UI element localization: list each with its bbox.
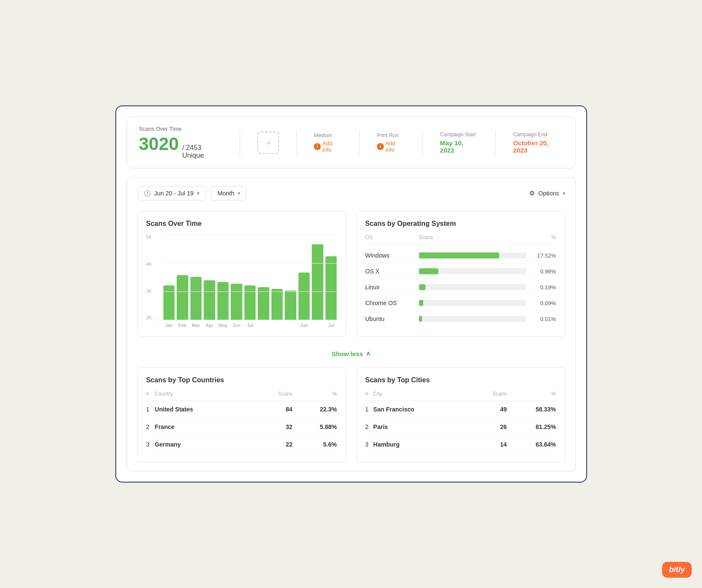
divider4	[422, 130, 423, 156]
table-row: 2 Paris 26 81.25%	[365, 418, 556, 435]
rank-cell: 1	[365, 400, 374, 418]
campaign-start-meta: Campaign Start May 10, 2022	[440, 132, 478, 154]
pct-cell: 63.64%	[507, 435, 556, 453]
divider3	[359, 130, 360, 156]
city-cell: Hamburg	[373, 435, 472, 453]
y-label-2k: 2K	[146, 315, 152, 320]
pct-cell: 5.6%	[292, 435, 337, 453]
os-name: Ubuntu	[365, 315, 419, 322]
os-bar-fill	[419, 268, 438, 274]
country-cell: United States	[155, 400, 255, 418]
os-col-header: OS	[365, 234, 419, 240]
bars-container	[146, 234, 337, 320]
gear-icon: ⚙	[529, 189, 535, 197]
cities-col-scans: Scans	[472, 391, 507, 401]
city-cell: Paris	[373, 418, 472, 435]
os-row: OS X 0.98%	[365, 264, 556, 279]
divider5	[495, 130, 496, 156]
bar-x-label: Jun	[298, 323, 310, 328]
os-bar-fill	[419, 252, 500, 258]
main-container: Scans Over Time 3020 / 2453 Unique ＋ Med…	[115, 105, 587, 483]
os-name: Windows	[365, 252, 419, 259]
y-label-5k: 5K	[146, 234, 152, 240]
rank-cell: 1	[146, 400, 155, 418]
divider	[240, 130, 240, 156]
countries-table-card: Scans by Top Countries # Country Scans %…	[137, 367, 346, 462]
pct-cell: 22.3%	[292, 400, 337, 418]
os-bar	[419, 284, 526, 290]
scans-cell: 49	[472, 400, 507, 418]
bar-x-label: Mar	[190, 323, 202, 328]
cities-tbody: 1 San Francisco 49 58.33% 2 Paris 26 81.…	[365, 400, 556, 453]
bar-x-label: Feb	[177, 323, 188, 328]
rank-cell: 2	[365, 418, 374, 435]
cities-title: Scans by Top Cities	[365, 376, 556, 384]
bar-x-label: Jan	[163, 323, 175, 328]
bar-x-label	[271, 323, 283, 328]
bar-x-label: May	[217, 323, 229, 328]
filter-bar: 🕐 Jun 20 - Jul 19 ▾ Month ▾ ⚙ Options ▾	[137, 186, 565, 201]
add-chart-button[interactable]: ＋	[257, 132, 279, 154]
os-name: OS X	[365, 268, 419, 275]
medium-meta: Medium i Add info	[314, 132, 342, 153]
cities-table: # City Scans % 1 San Francisco 49 58.33%…	[365, 391, 556, 453]
medium-add-label[interactable]: Add info	[322, 140, 342, 153]
tables-row: Scans by Top Countries # Country Scans %…	[137, 367, 565, 462]
bar-x-label	[285, 323, 296, 328]
bar	[325, 256, 337, 320]
clock-icon: 🕐	[144, 190, 151, 197]
pct-cell: 58.33%	[507, 400, 556, 418]
bar	[217, 282, 229, 320]
os-bar	[419, 252, 526, 258]
bar	[285, 291, 296, 320]
options-button[interactable]: ⚙ Options ▾	[529, 189, 565, 197]
options-label: Options	[538, 190, 559, 197]
pct-cell: 81.25%	[507, 418, 556, 435]
pct-cell: 5.88%	[292, 418, 337, 435]
print-run-add[interactable]: i Add info	[377, 140, 405, 153]
cities-col-name: City	[373, 391, 472, 401]
countries-tbody: 1 United States 84 22.3% 2 France 32 5.8…	[146, 400, 337, 453]
bar	[177, 275, 188, 320]
os-pct: 0.19%	[526, 284, 556, 291]
bar	[163, 285, 175, 320]
bar	[204, 280, 215, 320]
scans-count: 3020 / 2453 Unique	[139, 134, 223, 159]
scans-cell: 14	[472, 435, 507, 453]
os-bar	[419, 300, 526, 306]
os-name: Linux	[365, 284, 419, 291]
countries-col-pct: %	[292, 391, 337, 401]
countries-col-name: Country	[155, 391, 255, 401]
os-row: Chrome OS 0.09%	[365, 295, 556, 311]
os-pct: 0.01%	[526, 316, 556, 322]
os-pct: 0.98%	[526, 268, 556, 275]
period-button[interactable]: Month ▾	[211, 186, 247, 201]
date-range-button[interactable]: 🕐 Jun 20 - Jul 19 ▾	[137, 186, 206, 201]
table-row: 3 Germany 22 5.6%	[146, 435, 337, 453]
print-run-add-label[interactable]: Add info	[386, 140, 405, 153]
os-row: Linux 0.19%	[365, 279, 556, 295]
bar	[258, 287, 269, 320]
os-table-header: OS Scans %	[365, 234, 556, 244]
scans-section: Scans Over Time 3020 / 2453 Unique	[139, 126, 223, 159]
os-name: Chrome OS	[365, 300, 419, 306]
campaign-start-label: Campaign Start	[440, 132, 478, 138]
show-less-button[interactable]: Show less ∧	[331, 350, 370, 357]
os-bar	[419, 268, 526, 274]
countries-table: # Country Scans % 1 United States 84 22.…	[146, 391, 337, 453]
analytics-panel: 🕐 Jun 20 - Jul 19 ▾ Month ▾ ⚙ Options ▾ …	[127, 177, 576, 471]
table-row: 3 Hamburg 14 63.64%	[365, 435, 556, 453]
os-table: OS Scans % Windows 17.52% OS X 0.98% Lin…	[365, 234, 556, 327]
bitly-badge: bitly	[662, 562, 692, 578]
bar	[231, 284, 242, 320]
show-less-label: Show less	[331, 350, 363, 357]
campaign-start-value: May 10, 2022	[440, 139, 478, 154]
scans-cell: 22	[255, 435, 292, 453]
medium-add[interactable]: i Add info	[314, 140, 342, 153]
info-icon-medium: i	[314, 143, 321, 150]
divider2	[296, 130, 297, 156]
os-bar-fill	[419, 316, 422, 322]
os-rows: Windows 17.52% OS X 0.98% Linux 0.19% Ch…	[365, 248, 556, 327]
scans-col-header: Scans	[419, 234, 526, 240]
bar-x-label: Apr	[204, 323, 215, 328]
